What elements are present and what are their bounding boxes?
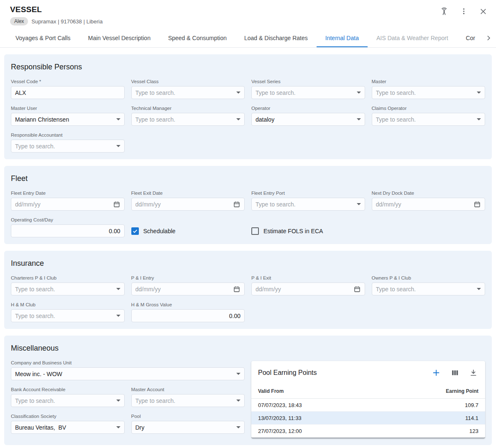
fleet-entry-port-input[interactable]	[256, 201, 354, 208]
pi-exit-input[interactable]	[256, 286, 351, 293]
section-miscellaneous: Miscellaneous Company and Business Unit …	[4, 336, 492, 445]
calendar-icon[interactable]	[233, 201, 240, 208]
calendar-icon[interactable]	[233, 285, 240, 293]
section-title: Responsible Persons	[11, 63, 485, 71]
field-label: Bank Account Receivable	[11, 387, 125, 392]
field-pi-entry: P & I Entry	[131, 275, 245, 295]
tab-bar: Voyages & Port Calls Main Vessel Descrip…	[0, 29, 496, 48]
more-vert-icon[interactable]	[459, 6, 469, 16]
charterers-pi-club-input[interactable]	[15, 286, 114, 293]
chevron-down-icon	[116, 288, 120, 290]
section-fleet: Fleet Fleet Entry Date Fleet Exit Date F…	[4, 166, 492, 244]
close-icon[interactable]	[478, 6, 488, 17]
tab-speed-consumption[interactable]: Speed & Consumption	[159, 29, 235, 47]
chevron-right-icon[interactable]	[483, 33, 493, 43]
tab-internal-data[interactable]: Internal Data	[317, 29, 368, 47]
field-master: Master	[372, 79, 486, 99]
master-account-select[interactable]	[131, 394, 245, 407]
hm-club-select[interactable]	[11, 309, 125, 322]
pool-input[interactable]	[136, 424, 234, 431]
vessel-code-input-wrap[interactable]	[11, 86, 125, 99]
field-label: Master	[372, 79, 486, 84]
technical-manager-select[interactable]	[131, 113, 245, 126]
field-company-business-unit: Company and Business Unit	[11, 360, 245, 380]
tab-ais-data-weather-report[interactable]: AIS Data & Weather Report	[368, 29, 457, 47]
operating-cost-day-input[interactable]	[15, 228, 120, 234]
fleet-entry-date-input-wrap[interactable]	[11, 198, 125, 211]
responsible-accountant-select[interactable]	[11, 140, 125, 153]
earning-point-cell: 109.7	[465, 402, 478, 408]
field-vessel-code: Vessel Code *	[11, 79, 125, 99]
vessel-series-input[interactable]	[256, 89, 354, 96]
company-business-unit-input[interactable]	[15, 371, 234, 377]
charterers-pi-club-select[interactable]	[11, 283, 125, 295]
master-user-input[interactable]	[15, 116, 114, 123]
hm-gross-value-input-wrap[interactable]	[131, 309, 245, 322]
master-select[interactable]	[372, 86, 486, 99]
field-label: Fleet Entry Date	[11, 191, 125, 196]
next-dry-dock-date-input[interactable]	[376, 201, 471, 208]
pi-entry-input-wrap[interactable]	[131, 283, 245, 295]
fleet-exit-date-input[interactable]	[136, 201, 231, 208]
next-dry-dock-date-input-wrap[interactable]	[372, 198, 486, 211]
vessel-code-input[interactable]	[15, 89, 120, 96]
checkbox-unchecked-icon[interactable]	[251, 227, 259, 235]
fleet-exit-date-input-wrap[interactable]	[131, 198, 245, 211]
vessel-series-select[interactable]	[251, 86, 365, 99]
claims-operator-input[interactable]	[376, 116, 475, 123]
earning-point-cell: 123	[469, 428, 478, 434]
vessel-subtitle: Supramax | 9170638 | Liberia	[31, 18, 102, 25]
checkbox-checked-icon[interactable]	[131, 227, 139, 235]
hm-club-input[interactable]	[15, 313, 114, 319]
fleet-entry-port-select[interactable]	[251, 198, 365, 211]
master-input[interactable]	[376, 89, 475, 96]
responsible-accountant-input[interactable]	[15, 143, 114, 150]
field-label: Next Dry Dock Date	[372, 191, 486, 196]
field-label: Owners P & I Club	[372, 275, 486, 280]
pi-exit-input-wrap[interactable]	[251, 283, 365, 295]
chevron-down-icon	[477, 92, 481, 94]
valid-from-cell: 13/07/2023, 11:33	[258, 415, 302, 421]
company-business-unit-select[interactable]	[11, 367, 245, 380]
section-title: Insurance	[11, 259, 485, 268]
tab-main-vessel-description[interactable]: Main Vessel Description	[79, 29, 159, 47]
pool-select[interactable]	[131, 421, 245, 434]
bank-account-receivable-input[interactable]	[15, 397, 114, 404]
columns-icon[interactable]	[450, 368, 460, 378]
add-row-icon[interactable]	[431, 367, 442, 378]
calendar-icon[interactable]	[353, 285, 361, 293]
classification-society-input[interactable]	[15, 424, 114, 431]
estimate-fols-checkbox[interactable]: Estimate FOLS in ECA	[251, 224, 365, 237]
tab-voyages-port-calls[interactable]: Voyages & Port Calls	[7, 29, 79, 47]
hm-gross-value-input[interactable]	[136, 313, 241, 319]
tab-correspondence-clipped[interactable]: Cor	[457, 29, 478, 47]
operator-input[interactable]	[256, 116, 354, 123]
operator-select[interactable]	[251, 113, 365, 126]
download-icon[interactable]	[468, 368, 478, 378]
calendar-icon[interactable]	[473, 201, 481, 208]
owners-pi-club-input[interactable]	[376, 286, 475, 293]
fleet-entry-date-input[interactable]	[15, 201, 110, 208]
field-classification-society: Classification Society	[11, 414, 125, 434]
field-label: Fleet Entry Port	[251, 191, 365, 196]
operating-cost-day-input-wrap[interactable]	[11, 224, 125, 237]
tab-load-discharge-rates[interactable]: Load & Discharge Rates	[235, 29, 317, 47]
bank-account-receivable-select[interactable]	[11, 394, 125, 407]
antenna-icon[interactable]	[439, 6, 450, 17]
table-row[interactable]: 07/07/2023, 18:43 109.7	[251, 399, 485, 412]
calendar-icon[interactable]	[113, 201, 120, 208]
claims-operator-select[interactable]	[372, 113, 486, 126]
master-user-select[interactable]	[11, 113, 125, 126]
table-row[interactable]: 13/07/2023, 11:33 114.1	[251, 412, 485, 425]
pi-entry-input[interactable]	[136, 286, 231, 293]
owners-pi-club-select[interactable]	[372, 283, 486, 295]
column-earning-point: Earning Point	[446, 388, 478, 394]
vessel-class-select[interactable]	[131, 86, 245, 99]
field-label: Operator	[251, 106, 365, 111]
vessel-class-input[interactable]	[136, 89, 234, 96]
schedulable-checkbox[interactable]: Schedulable	[131, 224, 245, 237]
technical-manager-input[interactable]	[136, 116, 234, 123]
table-row[interactable]: 27/07/2023, 12:00 123	[251, 425, 485, 438]
classification-society-select[interactable]	[11, 421, 125, 434]
master-account-input[interactable]	[136, 397, 234, 404]
